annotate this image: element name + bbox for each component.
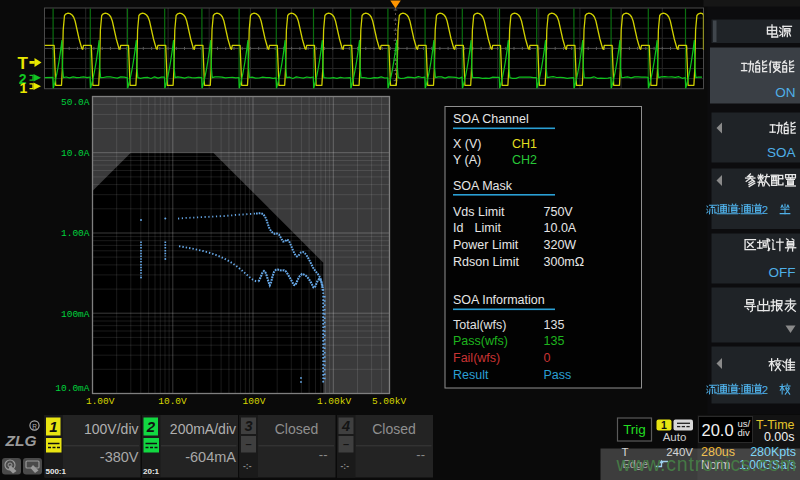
svg-text:SOA Channel: SOA Channel xyxy=(453,112,529,126)
svg-text:1: 1 xyxy=(661,419,667,431)
svg-text:50.0A: 50.0A xyxy=(61,97,90,108)
svg-text:10.0A: 10.0A xyxy=(544,221,577,235)
svg-text:0: 0 xyxy=(544,351,551,365)
svg-text:www.cntronics.com: www.cntronics.com xyxy=(616,453,797,475)
svg-text:100mA: 100mA xyxy=(61,309,90,320)
svg-text:1.00A: 1.00A xyxy=(61,228,90,239)
svg-text:200mA/div: 200mA/div xyxy=(170,421,236,437)
svg-text:Trig: Trig xyxy=(623,422,646,437)
svg-text:5.00kV: 5.00kV xyxy=(372,396,407,407)
svg-text:--: -- xyxy=(319,447,328,462)
svg-text:Y (A): Y (A) xyxy=(453,153,481,167)
svg-text:R: R xyxy=(32,423,37,430)
svg-text:1: 1 xyxy=(49,418,57,435)
svg-text:20.0: 20.0 xyxy=(702,421,734,439)
svg-text:4: 4 xyxy=(341,418,350,434)
svg-text:X (V): X (V) xyxy=(453,137,481,151)
svg-text:Id: Id xyxy=(453,221,463,235)
svg-text:300mΩ: 300mΩ xyxy=(544,255,585,269)
svg-text:Fail(wfs): Fail(wfs) xyxy=(453,351,500,365)
svg-text:Rdson Limit: Rdson Limit xyxy=(453,255,520,269)
svg-text:500:1: 500:1 xyxy=(46,467,67,476)
svg-text:CH2: CH2 xyxy=(512,153,537,167)
svg-text:–: – xyxy=(245,438,251,450)
svg-text:Closed: Closed xyxy=(372,421,416,437)
svg-text:135: 135 xyxy=(544,334,565,348)
svg-text:20:1: 20:1 xyxy=(143,467,160,476)
svg-text:Auto: Auto xyxy=(663,431,687,443)
svg-text:-:-: -:- xyxy=(243,461,252,471)
svg-text:0.00s: 0.00s xyxy=(764,430,795,444)
svg-text:1: 1 xyxy=(20,80,28,96)
svg-text:Power Limit: Power Limit xyxy=(453,238,519,252)
svg-text:135: 135 xyxy=(544,318,565,332)
svg-text:10.0V: 10.0V xyxy=(158,396,187,407)
svg-text:Result: Result xyxy=(453,368,489,382)
svg-text:2: 2 xyxy=(762,384,768,396)
svg-text:ZLG: ZLG xyxy=(5,432,37,449)
svg-text:Limit: Limit xyxy=(475,221,502,235)
svg-text:div: div xyxy=(738,427,750,438)
svg-text:–: – xyxy=(343,438,349,450)
svg-text:SOA: SOA xyxy=(767,145,796,160)
svg-text:-604mA: -604mA xyxy=(185,449,236,465)
svg-text:Pass: Pass xyxy=(544,368,572,382)
svg-text:1.00kV: 1.00kV xyxy=(317,396,352,407)
svg-text:3: 3 xyxy=(244,418,252,434)
svg-text:--: -- xyxy=(416,447,425,462)
svg-text:SOA Information: SOA Information xyxy=(453,293,545,307)
svg-text:1.00V: 1.00V xyxy=(86,396,115,407)
svg-text:-380V: -380V xyxy=(100,449,139,465)
svg-text:100V: 100V xyxy=(243,396,266,407)
svg-text:ON: ON xyxy=(775,85,795,100)
svg-text::: : xyxy=(738,384,741,396)
svg-text:2: 2 xyxy=(762,204,768,216)
svg-text:750V: 750V xyxy=(544,205,574,219)
svg-text:2: 2 xyxy=(146,418,156,435)
svg-text:SOA Mask: SOA Mask xyxy=(453,179,513,193)
svg-text:Closed: Closed xyxy=(275,421,319,437)
svg-text:Total(wfs): Total(wfs) xyxy=(453,318,506,332)
svg-text:Pass(wfs): Pass(wfs) xyxy=(453,334,508,348)
svg-text:-:-: -:- xyxy=(341,461,350,471)
svg-text:OFF: OFF xyxy=(769,265,796,280)
svg-text:10.0A: 10.0A xyxy=(61,148,90,159)
svg-text:10.0mA: 10.0mA xyxy=(55,383,90,394)
svg-text::: : xyxy=(738,204,741,216)
svg-text:Vds Limit: Vds Limit xyxy=(453,205,505,219)
svg-text:CH1: CH1 xyxy=(512,137,537,151)
svg-text:320W: 320W xyxy=(544,238,577,252)
svg-text:100V/div: 100V/div xyxy=(84,421,138,437)
